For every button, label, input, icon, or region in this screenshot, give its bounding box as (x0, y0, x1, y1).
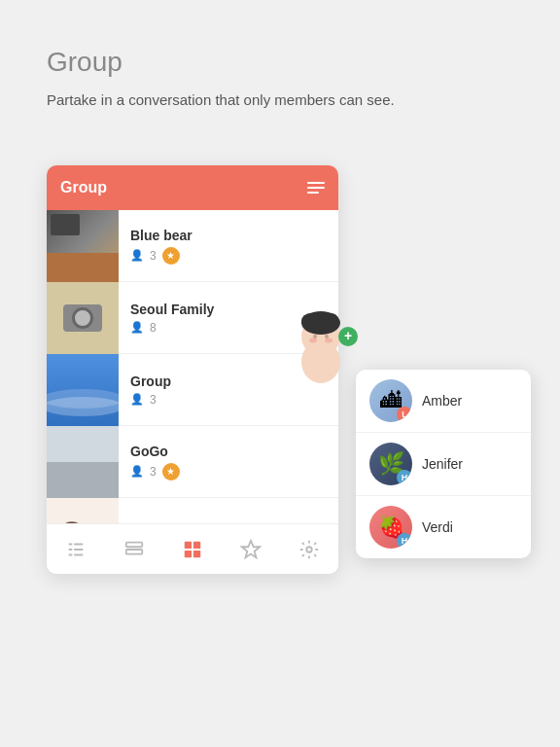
member-name: Verdi (422, 519, 453, 535)
member-count: 3 (150, 393, 157, 407)
person-icon: 👤 (130, 249, 144, 262)
nav-group[interactable] (182, 539, 203, 560)
group-name: Blue bear (130, 228, 327, 243)
bottom-nav (47, 523, 338, 574)
member-name: Amber (422, 393, 462, 409)
popup-item[interactable]: H Verdi (356, 496, 531, 558)
svg-rect-6 (126, 542, 143, 547)
svg-point-20 (325, 335, 329, 338)
group-info: Blue bear 👤 3 ★ (119, 228, 338, 265)
nav-card[interactable] (123, 539, 145, 560)
svg-rect-10 (185, 550, 192, 556)
member-name: Jenifer (422, 456, 463, 472)
svg-rect-8 (185, 541, 192, 548)
member-count: 3 (150, 249, 157, 263)
page-title: Group (47, 47, 122, 78)
nav-list[interactable] (65, 539, 87, 560)
group-meta: 👤 3 ★ (130, 463, 327, 480)
page-subtitle: Partake in a conversation that only memb… (47, 91, 395, 108)
badge-h: H (397, 470, 412, 485)
group-thumb-gogo (47, 426, 119, 498)
avatar-amber: L (369, 379, 412, 422)
svg-point-13 (306, 547, 312, 552)
person-icon: 👤 (130, 321, 144, 334)
star-badge: ★ (162, 247, 180, 265)
badge-h2: H (397, 533, 412, 549)
group-name: GoGo (130, 444, 327, 459)
svg-rect-11 (193, 550, 200, 556)
nav-star[interactable] (240, 539, 262, 560)
svg-point-21 (309, 338, 317, 343)
card-header: Group (47, 165, 338, 210)
badge-l: L (397, 407, 412, 422)
svg-marker-12 (242, 540, 260, 556)
svg-rect-7 (126, 550, 143, 554)
character-illustration: + (282, 302, 369, 389)
avatar-jenifer: H (369, 443, 412, 485)
group-list: Blue bear 👤 3 ★ Seoul Family 👤 8 (47, 210, 338, 570)
person-icon: 👤 (130, 465, 144, 478)
person-icon: 👤 (130, 393, 144, 406)
svg-rect-9 (193, 541, 200, 548)
group-meta: 👤 3 (130, 393, 327, 407)
popup-item[interactable]: L Amber (356, 370, 531, 433)
svg-point-22 (325, 338, 332, 343)
member-count: 3 (150, 465, 157, 479)
member-count: 8 (150, 321, 157, 335)
avatar-verdi: H (369, 506, 412, 549)
group-info: GoGo 👤 3 ★ (119, 444, 338, 480)
svg-point-18 (323, 313, 338, 325)
svg-point-19 (313, 335, 317, 338)
group-thumb-bluebear (47, 210, 119, 282)
list-item[interactable]: Blue bear 👤 3 ★ (47, 210, 338, 282)
svg-text:+: + (344, 328, 352, 343)
group-thumb-seoul (47, 282, 119, 354)
svg-point-17 (301, 313, 321, 329)
group-thumb-group (47, 354, 119, 426)
card-header-title: Group (60, 179, 107, 196)
nav-settings[interactable] (298, 539, 320, 560)
popup-item[interactable]: H Jenifer (356, 433, 531, 496)
star-badge: ★ (162, 463, 180, 480)
list-item[interactable]: GoGo 👤 3 ★ (47, 426, 338, 498)
filter-icon[interactable] (307, 182, 325, 194)
group-meta: 👤 3 ★ (130, 247, 327, 265)
popup-card: L Amber H Jenifer H Verdi (356, 370, 531, 558)
